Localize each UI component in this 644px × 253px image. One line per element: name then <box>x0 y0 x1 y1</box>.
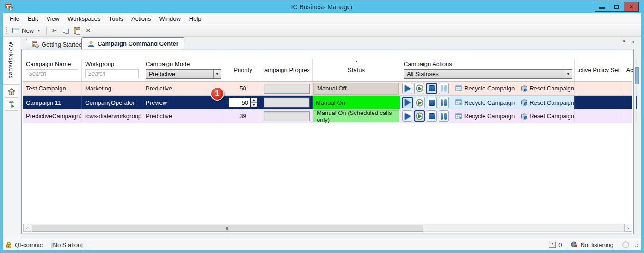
scrollbar-track[interactable] <box>31 224 624 232</box>
scroll-right-button[interactable]: › <box>624 224 632 232</box>
campaign-name-header-label[interactable]: Campaign Name <box>26 60 78 67</box>
ac-cell <box>623 109 637 123</box>
station-status-item: [No Station] <box>51 241 83 248</box>
pause-campaign-button[interactable] <box>439 110 449 122</box>
vertical-scrollbar-thumb[interactable] <box>635 67 639 84</box>
recycle-campaign-button[interactable]: Recycle Campaign <box>455 99 515 106</box>
new-dropdown-caret-icon[interactable]: ▼ <box>37 29 41 33</box>
header-campaign-progress[interactable]: Campaign Progress <box>261 59 313 81</box>
alerts-status-item[interactable]: ? 0 <box>549 241 562 248</box>
menu-help[interactable]: Help <box>185 14 206 24</box>
tab-campaign-command-center[interactable]: Campaign Command Center <box>81 37 184 49</box>
pause-campaign-button[interactable] <box>439 83 449 94</box>
tab-close-icon[interactable]: ✕ <box>631 39 635 45</box>
reset-campaign-button[interactable]: Reset Campaign <box>521 99 574 106</box>
status-filter-dropdown-caret-icon[interactable]: ▼ <box>564 70 572 78</box>
priority-increment-button[interactable] <box>251 98 257 102</box>
copy-button[interactable] <box>61 25 72 36</box>
stop-campaign-button[interactable] <box>427 97 437 108</box>
table-row-campaign-11[interactable]: Campaign 11 CompanyOperator Preview <box>23 96 632 109</box>
campaign-actions-header-label[interactable]: Campaign Actions <box>404 60 571 67</box>
logged-in-user: Qf-corrinic <box>15 241 43 248</box>
scheduled-play-icon <box>416 112 423 120</box>
stop-campaign-button[interactable] <box>426 83 437 94</box>
pause-campaign-button[interactable] <box>439 97 449 108</box>
new-button-label: New <box>22 27 34 34</box>
menu-window[interactable]: Window <box>155 14 185 24</box>
reset-campaign-button[interactable]: Reset Campaign <box>521 85 574 92</box>
tab-list-dropdown-icon[interactable]: ▼ <box>622 39 626 45</box>
header-status[interactable]: ▲ Status <box>313 59 400 81</box>
priority-cell[interactable]: 39 <box>225 109 261 123</box>
reset-campaign-label: Reset Campaign <box>529 113 574 120</box>
scheduled-play-icon <box>416 99 423 107</box>
recycle-campaign-button[interactable]: Recycle Campaign <box>455 113 515 120</box>
scissors-icon: ✂ <box>52 27 58 34</box>
delete-button[interactable]: ✕ <box>83 25 94 36</box>
workgroup-search-input[interactable] <box>85 69 139 78</box>
scrollbar-thumb[interactable] <box>32 225 423 232</box>
status-filter-value: All Statuses <box>404 71 564 78</box>
pause-icon <box>441 85 447 92</box>
status-filter-dropdown[interactable]: All Statuses ▼ <box>404 69 572 79</box>
priority-cell[interactable]: 50 <box>225 82 261 95</box>
start-campaign-button[interactable] <box>402 110 412 122</box>
campaign-name-search-input[interactable] <box>26 69 78 78</box>
scroll-left-button[interactable]: ‹ <box>23 224 31 232</box>
minimize-button[interactable] <box>595 2 609 12</box>
campaign-progress-cell <box>261 96 313 109</box>
stop-campaign-button[interactable] <box>427 110 437 122</box>
menu-file[interactable]: File <box>6 14 24 24</box>
table-row-test-campaign[interactable]: Test Campaign Marketing Predictive 50 Ma… <box>23 82 632 96</box>
workspace-dialer-tab[interactable] <box>5 98 18 111</box>
header-active-policy-sets[interactable]: Active Policy Sets <box>575 59 623 81</box>
campaign-mode-filter-dropdown[interactable]: Predictive ▼ <box>146 69 221 79</box>
stop-icon <box>429 85 435 91</box>
lock-icon <box>6 241 12 248</box>
resize-grip[interactable] <box>633 242 638 247</box>
workspaces-label-box: Workspaces <box>3 37 20 85</box>
menu-edit[interactable]: Edit <box>24 14 42 24</box>
minimize-icon <box>599 7 605 9</box>
campaign-progress-cell <box>261 109 313 123</box>
header-campaign-name: Campaign Name <box>23 59 82 81</box>
close-button[interactable]: ✕ <box>624 2 639 12</box>
menu-tools[interactable]: Tools <box>105 14 127 24</box>
reset-campaign-button[interactable]: Reset Campaign <box>521 113 574 120</box>
grid-header-row: Campaign Name Workgroup Campaign Mode P <box>23 59 632 82</box>
start-campaign-button[interactable] <box>402 83 412 94</box>
tab-getting-started[interactable]: Getting Started <box>26 39 88 49</box>
workgroup-header-label[interactable]: Workgroup <box>85 60 139 67</box>
listening-status-item[interactable]: Not listening <box>570 241 613 248</box>
paste-button[interactable] <box>72 25 83 36</box>
scheduled-calls-button[interactable] <box>415 97 425 108</box>
maximize-button[interactable] <box>609 2 624 12</box>
menu-workspaces[interactable]: Workspaces <box>63 14 104 24</box>
campaign-actions-cell: Recycle Campaign Reset Campaign <box>400 109 575 123</box>
priority-decrement-button[interactable] <box>251 102 257 107</box>
scheduled-calls-button[interactable] <box>414 83 424 94</box>
campaign-actions-cell: Recycle Campaign Reset Campaign <box>400 82 575 95</box>
new-button[interactable]: New ▼ <box>10 26 43 35</box>
status-bar: Qf-corrinic [No Station] ? 0 Not listeni… <box>3 239 641 250</box>
menu-view[interactable]: View <box>42 14 63 24</box>
workspace-home-tab[interactable] <box>5 85 18 98</box>
campaign-mode-header-label[interactable]: Campaign Mode <box>146 60 221 67</box>
copy-icon <box>63 28 69 34</box>
stop-icon <box>429 113 435 119</box>
cut-button[interactable]: ✂ <box>49 25 61 36</box>
start-campaign-button[interactable] <box>402 97 413 108</box>
recycle-campaign-button[interactable]: Recycle Campaign <box>455 85 515 92</box>
priority-cell <box>225 96 261 109</box>
person-icon <box>87 40 95 48</box>
scheduled-calls-button[interactable] <box>414 110 425 122</box>
menu-actions[interactable]: Actions <box>127 14 155 24</box>
table-row-predictive-campaign-2[interactable]: PredictiveCampaign2 icws-dialerworkgroup… <box>23 109 632 123</box>
header-priority[interactable]: Priority <box>225 59 261 81</box>
header-campaign-actions: Campaign Actions All Statuses ▼ <box>400 59 575 81</box>
header-ac-truncated[interactable]: Ac <box>623 59 637 81</box>
user-status-item: Qf-corrinic <box>6 241 43 248</box>
recycle-icon <box>455 85 462 92</box>
priority-input[interactable] <box>229 98 250 107</box>
campaign-mode-dropdown-caret-icon[interactable]: ▼ <box>213 70 221 78</box>
